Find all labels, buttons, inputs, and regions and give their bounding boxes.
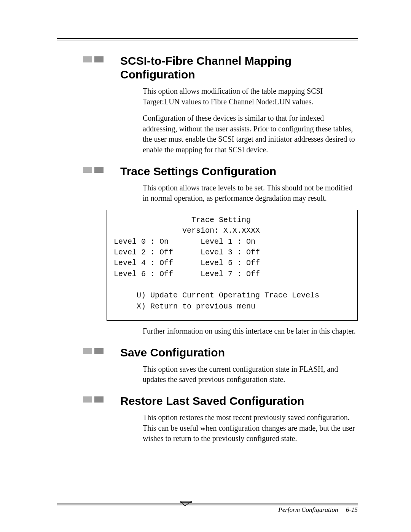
section-heading-save-configuration: Save Configuration <box>107 346 358 359</box>
heading-tile-icon <box>83 348 92 354</box>
section-heading-trace-settings: Trace Settings Configuration <box>107 165 358 178</box>
section-heading-restore-last-saved: Restore Last Saved Configuration <box>107 394 358 408</box>
heading-tile-icon <box>94 167 104 173</box>
footer-page-number: 6-15 <box>346 506 358 513</box>
heading-text: SCSI-to-Fibre Channel Mapping Configurat… <box>120 54 292 81</box>
footer-rule <box>57 501 358 505</box>
heading-text: Save Configuration <box>120 346 225 359</box>
top-inner-rule <box>57 40 358 40</box>
section-heading-scsi-to-fibre: SCSI-to-Fibre Channel Mapping Configurat… <box>107 54 358 81</box>
heading-tile-icon <box>83 396 92 403</box>
page: SCSI-to-Fibre Channel Mapping Configurat… <box>0 0 411 532</box>
heading-tile-icon <box>83 167 92 173</box>
heading-tile-icon <box>94 396 104 403</box>
body-paragraph: This option restores the most recent pre… <box>143 412 358 444</box>
body-paragraph: Further information on using this interf… <box>143 326 358 337</box>
footer-inner-rule <box>57 503 358 503</box>
footer-text: Perform Configuration 6-15 <box>278 506 358 514</box>
heading-text: Trace Settings Configuration <box>120 165 276 177</box>
code-content: Trace Setting Version: X.X.XXXX Level 0 … <box>114 216 319 311</box>
heading-tile-icon <box>94 56 104 62</box>
sections-container: SCSI-to-Fibre Channel Mapping Configurat… <box>107 54 358 444</box>
trace-settings-code-box: Trace Setting Version: X.X.XXXX Level 0 … <box>107 210 358 321</box>
heading-tile-icon <box>94 348 104 354</box>
footer-ornament-icon <box>180 500 194 506</box>
footer: Perform Configuration 6-15 <box>57 501 358 505</box>
body-paragraph: This option allows trace levels to be se… <box>143 183 358 204</box>
heading-text: Restore Last Saved Configuration <box>120 395 304 407</box>
top-rule <box>57 38 358 40</box>
body-paragraph: Configuration of these devices is simila… <box>143 113 358 155</box>
body-paragraph: This option allows modification of the t… <box>143 86 358 107</box>
heading-tile-icon <box>83 56 92 62</box>
body-paragraph: This option saves the current configurat… <box>143 364 358 385</box>
footer-label: Perform Configuration <box>278 506 338 513</box>
